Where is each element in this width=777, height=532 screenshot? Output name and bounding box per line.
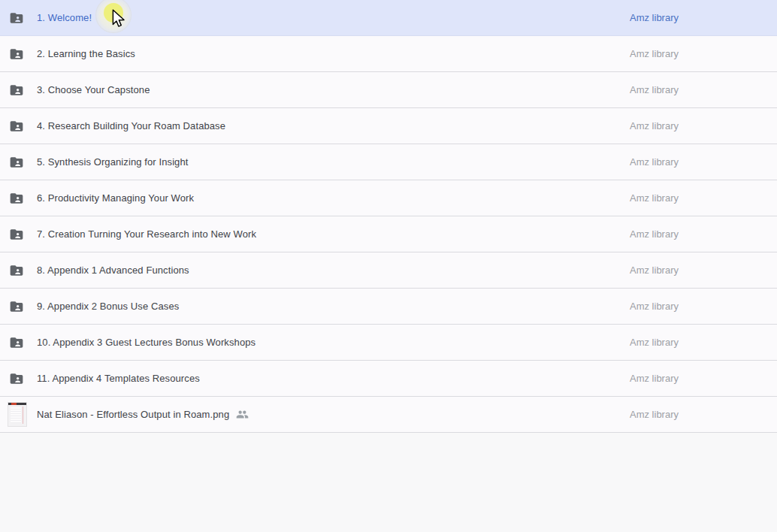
folder-row[interactable]: 1. Welcome! Amz library bbox=[0, 0, 777, 36]
folder-row[interactable]: 3. Choose Your Capstone Amz library bbox=[0, 72, 777, 108]
item-name: 1. Welcome! bbox=[37, 12, 630, 23]
folder-row[interactable]: 7. Creation Turning Your Research into N… bbox=[0, 216, 777, 252]
shared-folder-icon bbox=[9, 155, 24, 170]
shared-folder-icon bbox=[9, 119, 24, 134]
icon-cell bbox=[0, 402, 37, 427]
item-location: Amz library bbox=[630, 120, 777, 131]
item-name: 9. Appendix 2 Bonus Use Cases bbox=[37, 301, 630, 312]
item-name: 5. Synthesis Organizing for Insight bbox=[37, 156, 630, 168]
item-location: Amz library bbox=[630, 228, 777, 240]
item-location: Amz library bbox=[630, 409, 777, 420]
folder-row[interactable]: 5. Synthesis Organizing for Insight Amz … bbox=[0, 144, 777, 180]
shared-folder-icon bbox=[9, 335, 24, 350]
folder-row[interactable]: 6. Productivity Managing Your Work Amz l… bbox=[0, 180, 777, 216]
shared-folder-icon bbox=[9, 227, 24, 242]
file-list: 1. Welcome! Amz library 2. Learning the … bbox=[0, 0, 777, 433]
image-thumbnail bbox=[8, 402, 27, 427]
item-location: Amz library bbox=[630, 84, 777, 95]
item-location: Amz library bbox=[630, 264, 777, 276]
shared-folder-icon bbox=[9, 47, 24, 62]
shared-folder-icon bbox=[9, 371, 24, 386]
icon-cell bbox=[0, 371, 37, 386]
folder-row[interactable]: 8. Appendix 1 Advanced Functions Amz lib… bbox=[0, 252, 777, 289]
item-name: 8. Appendix 1 Advanced Functions bbox=[37, 264, 630, 276]
item-name: 11. Appendix 4 Templates Resources bbox=[37, 373, 630, 384]
file-row[interactable]: Nat Eliason - Effortless Output in Roam.… bbox=[0, 397, 777, 433]
shared-folder-icon bbox=[9, 83, 24, 98]
people-icon bbox=[236, 408, 249, 421]
icon-cell bbox=[0, 191, 37, 206]
folder-row[interactable]: 2. Learning the Basics Amz library bbox=[0, 36, 777, 72]
item-name: 7. Creation Turning Your Research into N… bbox=[37, 228, 630, 240]
shared-folder-icon bbox=[9, 191, 24, 206]
shared-folder-icon bbox=[9, 11, 24, 26]
item-location: Amz library bbox=[630, 156, 777, 168]
folder-row[interactable]: 11. Appendix 4 Templates Resources Amz l… bbox=[0, 361, 777, 397]
file-name-cell: Nat Eliason - Effortless Output in Roam.… bbox=[37, 408, 630, 421]
item-location: Amz library bbox=[630, 337, 777, 348]
item-name: 2. Learning the Basics bbox=[37, 48, 630, 59]
icon-cell bbox=[0, 11, 37, 26]
icon-cell bbox=[0, 227, 37, 242]
icon-cell bbox=[0, 83, 37, 98]
icon-cell bbox=[0, 263, 37, 278]
folder-row[interactable]: 9. Appendix 2 Bonus Use Cases Amz librar… bbox=[0, 289, 777, 325]
item-name: 3. Choose Your Capstone bbox=[37, 84, 630, 95]
folder-row[interactable]: 4. Research Building Your Roam Database … bbox=[0, 108, 777, 144]
icon-cell bbox=[0, 335, 37, 350]
item-location: Amz library bbox=[630, 373, 777, 384]
item-name: 6. Productivity Managing Your Work bbox=[37, 192, 630, 204]
icon-cell bbox=[0, 299, 37, 314]
item-location: Amz library bbox=[630, 301, 777, 312]
shared-folder-icon bbox=[9, 263, 24, 278]
item-name: 10. Appendix 3 Guest Lectures Bonus Work… bbox=[37, 337, 630, 348]
item-location: Amz library bbox=[630, 48, 777, 59]
folder-row[interactable]: 10. Appendix 3 Guest Lectures Bonus Work… bbox=[0, 325, 777, 361]
icon-cell bbox=[0, 155, 37, 170]
icon-cell bbox=[0, 47, 37, 62]
icon-cell bbox=[0, 119, 37, 134]
shared-folder-icon bbox=[9, 299, 24, 314]
item-location: Amz library bbox=[630, 12, 777, 23]
item-name: Nat Eliason - Effortless Output in Roam.… bbox=[37, 409, 229, 420]
item-name: 4. Research Building Your Roam Database bbox=[37, 120, 630, 131]
item-location: Amz library bbox=[630, 192, 777, 204]
